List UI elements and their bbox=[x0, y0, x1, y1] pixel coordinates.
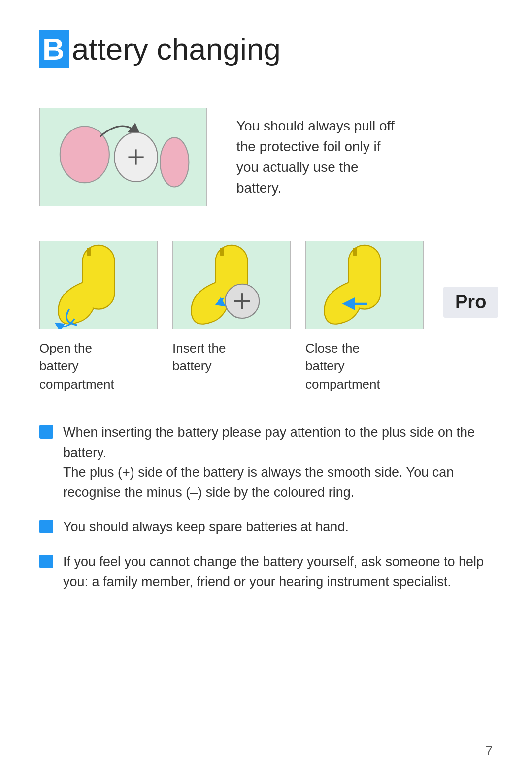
svg-rect-6 bbox=[87, 248, 91, 256]
top-info-row: You should always pull off the protectiv… bbox=[39, 108, 493, 206]
step-close: Close the battery compartment bbox=[305, 241, 424, 393]
note-text-2: You should always keep spare batteries a… bbox=[63, 517, 493, 537]
note-item-2: You should always keep spare batteries a… bbox=[39, 517, 493, 537]
title-rest: attery changing bbox=[72, 32, 281, 66]
pro-badge: Pro bbox=[443, 287, 498, 318]
notes-section: When inserting the battery please pay at… bbox=[39, 423, 493, 592]
note-item-1: When inserting the battery please pay at… bbox=[39, 423, 493, 502]
note-bullet-1 bbox=[39, 425, 53, 439]
step-open-label: Open the battery compartment bbox=[39, 339, 114, 393]
step-insert-illustration bbox=[172, 241, 291, 329]
top-info-text: You should always pull off the protectiv… bbox=[236, 116, 404, 198]
note-bullet-3 bbox=[39, 555, 53, 568]
title-highlight: B bbox=[39, 30, 69, 68]
page-title-wrapper: B attery changing bbox=[39, 30, 493, 68]
note-item-3: If you feel you cannot change the batter… bbox=[39, 552, 493, 592]
step-open-illustration bbox=[39, 241, 158, 329]
step-insert-label: Insert the battery bbox=[172, 339, 226, 375]
page-container: B attery changing bbox=[0, 0, 532, 636]
battery-top-illustration bbox=[39, 108, 207, 206]
svg-point-4 bbox=[160, 137, 189, 187]
note-text-1: When inserting the battery please pay at… bbox=[63, 423, 493, 502]
step-close-label: Close the battery compartment bbox=[305, 339, 380, 393]
step-open: Open the battery compartment bbox=[39, 241, 158, 393]
page-number: 7 bbox=[486, 743, 493, 758]
svg-rect-13 bbox=[353, 248, 357, 256]
pro-badge-wrapper: Pro bbox=[438, 287, 498, 318]
steps-row: Open the battery compartment bbox=[39, 241, 493, 393]
svg-rect-11 bbox=[220, 248, 224, 256]
step-insert: Insert the battery bbox=[172, 241, 291, 375]
note-bullet-2 bbox=[39, 520, 53, 533]
step-close-illustration bbox=[305, 241, 424, 329]
note-text-3: If you feel you cannot change the batter… bbox=[63, 552, 493, 592]
